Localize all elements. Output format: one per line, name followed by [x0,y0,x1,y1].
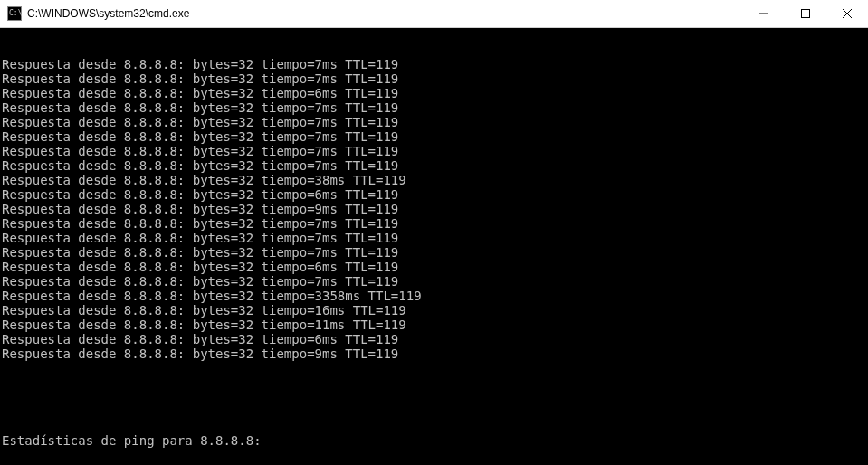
ping-reply-line: Respuesta desde 8.8.8.8: bytes=32 tiempo… [2,173,868,187]
stats-header: Estadísticas de ping para 8.8.8.8: [2,433,868,448]
ping-reply-line: Respuesta desde 8.8.8.8: bytes=32 tiempo… [2,202,868,216]
ping-reply-line: Respuesta desde 8.8.8.8: bytes=32 tiempo… [2,289,868,303]
close-button[interactable] [826,0,868,27]
ping-reply-line: Respuesta desde 8.8.8.8: bytes=32 tiempo… [2,86,868,100]
ping-reply-line: Respuesta desde 8.8.8.8: bytes=32 tiempo… [2,57,868,71]
svg-text:C:\: C:\ [9,9,22,17]
cmd-icon: C:\ [7,6,22,21]
ping-reply-line: Respuesta desde 8.8.8.8: bytes=32 tiempo… [2,187,868,202]
ping-reply-line: Respuesta desde 8.8.8.8: bytes=32 tiempo… [2,129,868,144]
titlebar[interactable]: C:\ C:\WINDOWS\system32\cmd.exe [0,0,868,28]
minimize-button[interactable] [743,0,785,27]
ping-reply-line: Respuesta desde 8.8.8.8: bytes=32 tiempo… [2,260,868,274]
terminal-output[interactable]: Respuesta desde 8.8.8.8: bytes=32 tiempo… [0,28,868,465]
ping-reply-line: Respuesta desde 8.8.8.8: bytes=32 tiempo… [2,231,868,245]
ping-reply-line: Respuesta desde 8.8.8.8: bytes=32 tiempo… [2,100,868,115]
ping-reply-line: Respuesta desde 8.8.8.8: bytes=32 tiempo… [2,71,868,86]
ping-reply-line: Respuesta desde 8.8.8.8: bytes=32 tiempo… [2,158,868,173]
ping-reply-line: Respuesta desde 8.8.8.8: bytes=32 tiempo… [2,274,868,289]
ping-reply-line: Respuesta desde 8.8.8.8: bytes=32 tiempo… [2,245,868,260]
svg-rect-4 [802,10,810,18]
ping-reply-line: Respuesta desde 8.8.8.8: bytes=32 tiempo… [2,115,868,129]
ping-reply-line: Respuesta desde 8.8.8.8: bytes=32 tiempo… [2,346,868,361]
ping-reply-line: Respuesta desde 8.8.8.8: bytes=32 tiempo… [2,144,868,158]
ping-reply-line: Respuesta desde 8.8.8.8: bytes=32 tiempo… [2,216,868,231]
ping-replies: Respuesta desde 8.8.8.8: bytes=32 tiempo… [2,57,868,361]
ping-reply-line: Respuesta desde 8.8.8.8: bytes=32 tiempo… [2,318,868,332]
blank-line [2,390,868,404]
maximize-button[interactable] [785,0,826,27]
window-title: C:\WINDOWS\system32\cmd.exe [27,7,189,20]
ping-reply-line: Respuesta desde 8.8.8.8: bytes=32 tiempo… [2,332,868,346]
ping-reply-line: Respuesta desde 8.8.8.8: bytes=32 tiempo… [2,303,868,318]
